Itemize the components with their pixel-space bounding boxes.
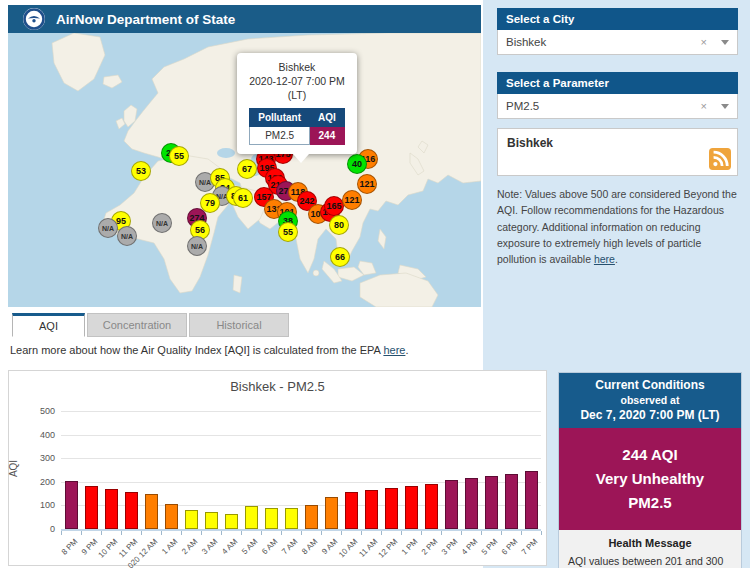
chart-area: Bishkek - PM2.5 AQI 01002003004005008 PM… — [8, 370, 547, 566]
world-aqi-map[interactable]: 23555367N/A8584N/A89617995N/AN/AN/A27456… — [8, 33, 481, 307]
chart-bar[interactable] — [365, 490, 378, 529]
parameter-clear-icon[interactable]: × — [701, 100, 707, 112]
chart-axis-tick — [241, 531, 242, 535]
chart-bar[interactable] — [505, 474, 518, 529]
tab-historical[interactable]: Historical — [189, 313, 289, 337]
chart-axis-tick — [541, 531, 542, 535]
chart-bar[interactable] — [345, 492, 358, 529]
chart-axis-tick — [321, 531, 322, 535]
map-marker[interactable]: 40 — [347, 154, 367, 174]
chart-x-tick-label: 5 AM — [240, 537, 259, 556]
note-after: . — [615, 253, 618, 265]
chart-axis-tick — [101, 531, 102, 535]
chart-x-tick-label: 11 AM — [357, 537, 379, 559]
chart-bar[interactable] — [165, 504, 178, 529]
parameter-select[interactable]: PM2.5 × — [497, 94, 738, 119]
chart-gridline — [61, 458, 541, 459]
chart-y-tick-label: 300 — [15, 453, 55, 463]
chart-bar[interactable] — [185, 510, 198, 529]
map-marker[interactable]: 53 — [131, 161, 151, 181]
cc-aqi-category: Very Unhealthy — [565, 467, 735, 491]
parameter-chevron-down-icon[interactable] — [721, 104, 729, 109]
map-popup: Bishkek 2020-12-07 7:00 PM (LT) Pollutan… — [237, 53, 357, 154]
city-feed-box: Bishkek — [497, 128, 738, 176]
city-select-value: Bishkek — [506, 36, 701, 48]
chart-x-tick-label: 8 AM — [300, 537, 319, 556]
cc-aqi-block: 244 AQI Very Unhealthy PM2.5 — [559, 428, 741, 530]
chart-bar[interactable] — [225, 514, 238, 529]
chart-x-tick-label: 4 PM — [460, 537, 480, 557]
chart-x-tick-label: 10 PM — [97, 537, 120, 560]
popup-col-aqi: AQI — [310, 108, 345, 126]
app-header: AirNow Department of State — [8, 5, 481, 33]
chart-x-tick-label: 8 PM — [60, 537, 80, 557]
chart-y-tick-label: 0 — [15, 524, 55, 534]
note-here-link[interactable]: here — [594, 253, 615, 265]
chart-x-tick-label: 7 PM — [520, 537, 540, 557]
map-marker[interactable]: N/A — [152, 213, 172, 233]
chart-x-tick-label: 2 PM — [420, 537, 440, 557]
chart-bar[interactable] — [445, 480, 458, 529]
map-marker[interactable]: 66 — [330, 247, 350, 267]
map-marker[interactable]: N/A — [98, 218, 118, 238]
map-marker[interactable]: 80 — [329, 215, 349, 235]
chart-x-tick-label: 2 AM — [180, 537, 199, 556]
cc-observed-at: observed at — [563, 394, 737, 406]
popup-datetime: 2020-12-07 7:00 PM — [241, 74, 353, 88]
chart-bar[interactable] — [425, 484, 438, 529]
city-clear-icon[interactable]: × — [701, 36, 707, 48]
chart-bar[interactable] — [245, 506, 258, 529]
chart-x-tick-label: 6 PM — [500, 537, 520, 557]
chart-bar[interactable] — [385, 488, 398, 529]
chart-bar[interactable] — [125, 492, 138, 529]
chart-bar[interactable] — [285, 508, 298, 529]
cc-aqi-value: 244 AQI — [565, 443, 735, 467]
map-marker[interactable]: 61 — [233, 188, 253, 208]
beyond-aqi-note: Note: Values above 500 are considered Be… — [497, 186, 740, 267]
map-marker[interactable]: 165 — [324, 196, 344, 216]
chart-axis-tick — [501, 531, 502, 535]
rss-feed-icon[interactable] — [709, 148, 731, 170]
chart-x-tick-label: 3 AM — [200, 537, 219, 556]
chart-bar[interactable] — [325, 497, 338, 529]
chart-bar[interactable] — [105, 489, 118, 529]
city-select[interactable]: Bishkek × — [497, 30, 738, 55]
health-message-text: AQI values between 201 and 300 trigger a… — [568, 554, 732, 568]
chart-axis-tick — [381, 531, 382, 535]
chart-bar[interactable] — [65, 481, 78, 529]
chart-axis-tick — [61, 531, 62, 535]
chart-axis-tick — [461, 531, 462, 535]
chart-axis-tick — [341, 531, 342, 535]
chart-bar[interactable] — [145, 494, 158, 529]
chart-bar[interactable] — [205, 512, 218, 529]
chart-x-tick-label: 1 PM — [400, 537, 420, 557]
popup-timezone: (LT) — [241, 88, 353, 102]
epa-here-link[interactable]: here — [383, 344, 405, 356]
parameter-select-value: PM2.5 — [506, 100, 701, 112]
page: AirNow Department of State — [0, 0, 750, 568]
tab-concentration[interactable]: Concentration — [87, 313, 187, 337]
chart-axis-tick — [81, 531, 82, 535]
chart-bar[interactable] — [485, 476, 498, 529]
map-marker[interactable]: 55 — [278, 222, 298, 242]
city-chevron-down-icon[interactable] — [721, 40, 729, 45]
map-marker[interactable]: 121 — [357, 174, 377, 194]
chart-x-tick-label: 6 AM — [260, 537, 279, 556]
chart-bar[interactable] — [525, 471, 538, 529]
map-marker[interactable]: 67 — [237, 159, 257, 179]
chart-bar[interactable] — [405, 486, 418, 529]
chart-x-tick-label: 4 AM — [220, 537, 239, 556]
map-marker[interactable]: 121 — [342, 190, 362, 210]
map-marker[interactable]: 55 — [169, 146, 189, 166]
chart-bar[interactable] — [305, 505, 318, 529]
current-conditions-header: Current Conditions observed at Dec 7, 20… — [559, 373, 741, 428]
chart-bar[interactable] — [465, 478, 478, 529]
chart-bar[interactable] — [85, 486, 98, 529]
map-marker[interactable]: N/A — [117, 226, 137, 246]
map-marker[interactable]: N/A — [187, 236, 207, 256]
chart-axis-tick — [261, 531, 262, 535]
chart-axis-tick — [301, 531, 302, 535]
popup-tail — [293, 154, 309, 163]
chart-bar[interactable] — [265, 508, 278, 529]
tab-aqi[interactable]: AQI — [12, 313, 85, 337]
